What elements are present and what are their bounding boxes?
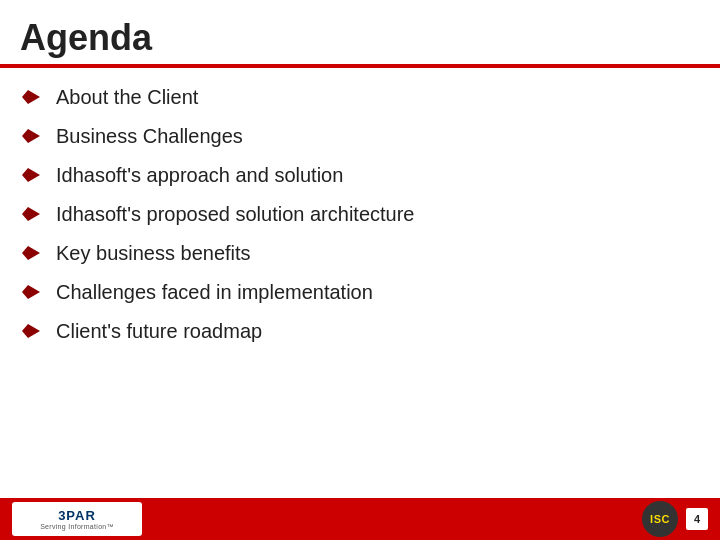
list-item: Business Challenges [20, 117, 700, 156]
bullet-icon [20, 242, 42, 264]
page-number: 4 [686, 508, 708, 530]
bullet-icon [20, 203, 42, 225]
list-item: Idhasoft's proposed solution architectur… [20, 195, 700, 234]
list-item: Challenges faced in implementation [20, 273, 700, 312]
bullet-label: Key business benefits [56, 242, 251, 265]
svg-marker-0 [22, 90, 40, 104]
bullet-icon [20, 164, 42, 186]
list-item: About the Client [20, 78, 700, 117]
footer-right: ISC 4 [642, 501, 708, 537]
svg-marker-5 [22, 285, 40, 299]
svg-marker-3 [22, 207, 40, 221]
list-item: Client's future roadmap [20, 312, 700, 351]
svg-marker-1 [22, 129, 40, 143]
isc-badge: ISC [642, 501, 678, 537]
bullet-label: Idhasoft's proposed solution architectur… [56, 203, 414, 226]
bullet-label: Challenges faced in implementation [56, 281, 373, 304]
title-area: Agenda [0, 0, 720, 58]
page-title: Agenda [20, 18, 700, 58]
svg-marker-6 [22, 324, 40, 338]
bullet-label: About the Client [56, 86, 198, 109]
bullet-icon [20, 125, 42, 147]
bullet-icon [20, 86, 42, 108]
logo-3par: 3PAR Serving Information™ [12, 502, 142, 536]
logo-3par-name: 3PAR [58, 508, 96, 523]
bullet-icon [20, 281, 42, 303]
svg-marker-4 [22, 246, 40, 260]
isc-label: ISC [650, 513, 670, 525]
footer: 3PAR Serving Information™ ISC 4 [0, 498, 720, 540]
list-item: Key business benefits [20, 234, 700, 273]
slide: Agenda About the Client Business Challen… [0, 0, 720, 540]
content-area: About the Client Business Challenges Idh… [0, 68, 720, 351]
bullet-icon [20, 320, 42, 342]
bullet-label: Idhasoft's approach and solution [56, 164, 343, 187]
list-item: Idhasoft's approach and solution [20, 156, 700, 195]
logo-3par-tagline: Serving Information™ [40, 523, 114, 530]
svg-marker-2 [22, 168, 40, 182]
bullet-label: Client's future roadmap [56, 320, 262, 343]
bullet-label: Business Challenges [56, 125, 243, 148]
